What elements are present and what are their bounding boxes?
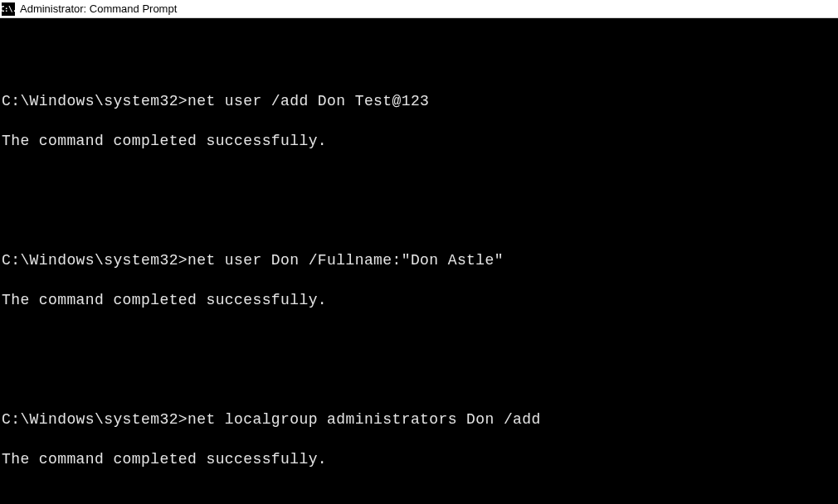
window-title: Administrator: Command Prompt: [20, 2, 177, 15]
prompt: C:\Windows\system32>: [2, 411, 188, 428]
cmd-icon: C:\.: [2, 2, 15, 16]
command: net user Don /Fullname:"Don Astle": [188, 252, 504, 269]
output-line: The command completed successfully.: [2, 290, 836, 310]
output-line: The command completed successfully.: [2, 131, 836, 151]
command: net localgroup administrators Don /add: [188, 411, 541, 428]
terminal-output[interactable]: C:\Windows\system32>net user /add Don Te…: [0, 18, 838, 504]
prompt: C:\Windows\system32>: [2, 252, 188, 269]
prompt: C:\Windows\system32>: [2, 93, 188, 109]
command: net user /add Don Test@123: [188, 93, 429, 109]
output-line: The command completed successfully.: [2, 449, 836, 469]
window-titlebar[interactable]: C:\. Administrator: Command Prompt: [0, 0, 838, 18]
